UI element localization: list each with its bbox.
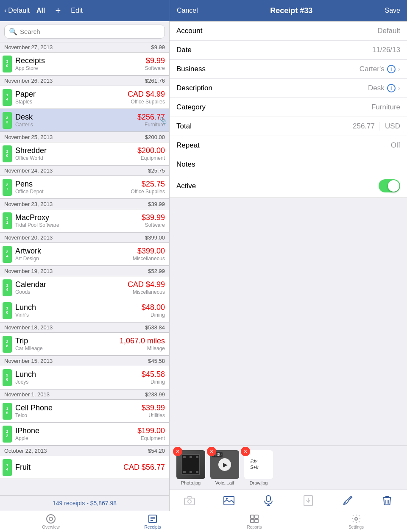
tab-reports[interactable]: Reports [204, 511, 305, 532]
delete-photo-button[interactable]: × [173, 447, 182, 456]
brush-button[interactable] [339, 493, 356, 508]
badge: 22 [3, 426, 12, 443]
svg-rect-7 [266, 496, 270, 501]
tab-settings-label: Settings [348, 525, 364, 529]
search-input[interactable] [20, 28, 160, 35]
tab-overview-label: Overview [42, 525, 60, 529]
badge: 24 [3, 246, 12, 263]
item-category: Mileage [147, 345, 165, 351]
list-item[interactable]: 10 Lunch $48.00 Vinh's Dining [0, 299, 169, 322]
date-header: November 19, 2013 $52.99 [0, 266, 169, 276]
account-row[interactable]: Account Default [170, 22, 407, 41]
item-vendor: Tidal Pool Software [15, 222, 59, 228]
back-button[interactable]: ‹ Default [4, 7, 30, 14]
play-icon[interactable]: ▶ [218, 458, 231, 471]
draw-thumbnail[interactable]: × Jdy S+k [244, 450, 273, 479]
item-content: Receipts $9.99 App Store Software [15, 56, 165, 71]
active-toggle-switch[interactable] [379, 179, 400, 192]
list-item[interactable]: 14 Fruit CAD $56.77 [0, 456, 169, 479]
right-panel: Account Default Date 11/26/13 Business C… [170, 21, 407, 511]
item-content: Shredder $200.00 Office World Equipment [15, 146, 165, 161]
item-amount: CAD $4.99 [128, 90, 165, 99]
photo-thumbnail[interactable]: × [176, 450, 205, 479]
import-button[interactable] [300, 493, 317, 508]
item-name: Trip [15, 337, 28, 345]
list-item[interactable]: 30 Receipts $9.99 App Store Software [0, 53, 169, 75]
delete-draw-button[interactable]: × [241, 447, 250, 456]
image-button[interactable] [220, 493, 237, 508]
tab-overview[interactable]: Overview [0, 511, 102, 532]
image-icon [223, 496, 234, 505]
trash-button[interactable] [379, 493, 396, 508]
date-total: $9.99 [151, 44, 165, 50]
item-content: Fruit CAD $56.77 [15, 463, 165, 472]
svg-rect-24 [255, 519, 258, 523]
date-total: $25.75 [148, 167, 165, 174]
save-button[interactable]: Save [385, 7, 400, 14]
date-header: October 22, 2013 $54.20 [0, 446, 169, 456]
badge: 30 [3, 56, 12, 72]
list-item[interactable]: 33 Desk $256.77 Carter's Furniture 📎 [0, 109, 169, 132]
item-name: Fruit [15, 463, 31, 472]
item-content: Cell Phone $39.99 Telco Utilities [15, 404, 165, 418]
list-item[interactable]: 15 Cell Phone $39.99 Telco Utilities [0, 400, 169, 423]
list-item[interactable]: 27 Pens $25.75 Office Depot Office Suppl… [0, 176, 169, 199]
item-content: Paper CAD $4.99 Staples Office Supplies [15, 90, 165, 105]
item-name: Receipts [15, 56, 45, 65]
business-info-icon[interactable]: i [387, 65, 396, 73]
attachment-voice: × 0:00 ▶ Voic....aif [210, 450, 239, 485]
form-area: Account Default Date 11/26/13 Business C… [170, 21, 407, 446]
notes-row[interactable]: Notes [170, 155, 407, 174]
item-content: Artwork $399.00 Art Design Miscellaneous [15, 247, 165, 262]
list-item[interactable]: 26 Lunch $45.58 Joeys Dining [0, 366, 169, 389]
all-button[interactable]: All [36, 7, 45, 14]
list-item[interactable]: 10 Shredder $200.00 Office World Equipme… [0, 142, 169, 165]
tab-receipts[interactable]: Receipts [102, 511, 204, 532]
attachment-toolbar [170, 490, 407, 511]
business-label: Business [176, 65, 227, 73]
list-item[interactable]: 24 Artwork $399.00 Art Design Miscellane… [0, 243, 169, 266]
add-button[interactable]: + [55, 5, 61, 16]
list-item[interactable]: 31 MacProxy $39.99 Tidal Pool Software S… [0, 209, 169, 232]
tab-settings[interactable]: Settings [305, 511, 407, 532]
description-row[interactable]: Description Desk i › [170, 79, 407, 98]
badge: 28 [3, 336, 12, 353]
date-header: November 18, 2013 $538.84 [0, 322, 169, 333]
brush-icon [343, 496, 353, 506]
delete-voice-button[interactable]: × [207, 447, 216, 456]
date-header: November 20, 2013 $399.00 [0, 232, 169, 243]
description-info-icon[interactable]: i [387, 84, 396, 92]
back-label: Default [8, 7, 30, 14]
svg-rect-21 [251, 515, 254, 518]
item-content: Lunch $45.58 Joeys Dining [15, 370, 165, 385]
business-chevron-icon: › [398, 65, 400, 73]
date-row[interactable]: Date 11/26/13 [170, 41, 407, 60]
list-item[interactable]: 28 Trip 1,067.0 miles Car Mileage Mileag… [0, 333, 169, 356]
voice-thumbnail[interactable]: × 0:00 ▶ [210, 450, 239, 479]
list-item[interactable]: 22 IPhone $199.00 Apple Equipment [0, 423, 169, 446]
edit-button[interactable]: Edit [71, 7, 83, 14]
date-label: November 27, 2013 [4, 44, 53, 50]
repeat-row[interactable]: Repeat Off [170, 136, 407, 155]
item-content: Trip 1,067.0 miles Car Mileage Mileage [15, 337, 165, 351]
list-item[interactable]: 14 Paper CAD $4.99 Staples Office Suppli… [0, 86, 169, 109]
microphone-button[interactable] [260, 493, 277, 508]
list-item[interactable]: 14 Calendar CAD $4.99 Goods Miscellaneou… [0, 276, 169, 299]
cancel-button[interactable]: Cancel [177, 7, 198, 14]
active-row[interactable]: Active [170, 174, 407, 198]
total-row[interactable]: Total 256.77 USD [170, 117, 407, 136]
camera-button[interactable] [181, 493, 198, 508]
date-total: $238.99 [145, 391, 165, 398]
detail-title: Receipt #33 [198, 6, 385, 15]
attachments-section: × Photo.jpg × 0:00 ▶ [170, 446, 407, 490]
item-content: Desk $256.77 Carter's Furniture [15, 113, 165, 128]
item-amount: $399.00 [137, 247, 165, 256]
description-value: Desk i › [227, 84, 400, 92]
business-value: Carter's i › [227, 65, 400, 73]
reports-icon [249, 514, 259, 524]
toggle-knob [388, 180, 399, 192]
business-row[interactable]: Business Carter's i › [170, 60, 407, 79]
category-row[interactable]: Category Furniture [170, 98, 407, 117]
date-label: November 24, 2013 [4, 167, 53, 174]
tab-receipts-label: Receipts [145, 525, 161, 529]
